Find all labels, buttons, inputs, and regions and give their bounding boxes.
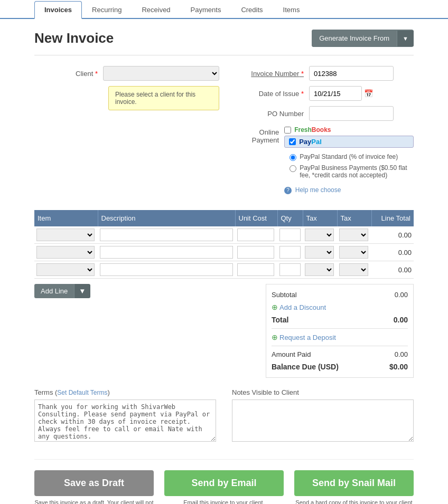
cost-input-2[interactable] — [237, 246, 274, 259]
tax-select-1b[interactable] — [339, 229, 368, 241]
date-of-issue-label: Date of Issue — [240, 90, 309, 98]
paypal-business-label: PayPal Business Payments ($0.50 flat fee… — [300, 164, 414, 179]
client-select[interactable] — [103, 66, 219, 81]
set-default-terms-link[interactable]: Set Default Terms — [57, 389, 107, 396]
add-line-button[interactable]: Add Line — [34, 284, 74, 298]
discount-plus-icon: ⊕ — [272, 303, 278, 311]
line-total-1: 0.00 — [371, 226, 414, 244]
col-tax1: Tax — [303, 210, 337, 226]
tax-select-3a[interactable] — [305, 263, 334, 276]
total-value: 0.00 — [394, 316, 408, 324]
save-draft-wrap: Save as Draft Save this invoice as a dra… — [34, 470, 154, 504]
tab-bar: Invoices Recurring Received Payments Cre… — [0, 0, 448, 19]
add-line-wrapper: Add Line ▼ — [34, 284, 90, 298]
po-number-label: PO Number — [240, 110, 309, 118]
col-qty: Qty — [277, 210, 303, 226]
paypal-standard-option[interactable]: PayPal Standard (% of invoice fee) — [290, 153, 414, 161]
subtotal-value: 0.00 — [395, 291, 408, 299]
save-draft-button[interactable]: Save as Draft — [34, 470, 154, 496]
paypal-payment-option[interactable]: PayPal — [284, 136, 414, 148]
generate-invoice-main[interactable]: Generate Invoice From — [312, 30, 397, 47]
col-line-total: Line Total — [371, 210, 414, 226]
send-snail-button[interactable]: Send by Snail Mail — [294, 470, 414, 496]
paypal-standard-label: PayPal Standard (% of invoice fee) — [300, 153, 398, 160]
cost-input-3[interactable] — [237, 263, 274, 276]
qty-input-1[interactable] — [279, 229, 301, 241]
tax-select-2a[interactable] — [305, 246, 334, 259]
terms-label: Terms — [34, 388, 53, 396]
generate-invoice-btn[interactable]: Generate Invoice From ▼ — [312, 30, 414, 47]
send-email-desc: Email this invoice to your client. — [164, 499, 284, 504]
generate-invoice-arrow[interactable]: ▼ — [397, 31, 414, 46]
item-select-2[interactable] — [36, 246, 95, 259]
invoice-table: Item Description Unit Cost Qty Tax Tax L… — [34, 210, 414, 279]
tax-select-3b[interactable] — [339, 263, 368, 276]
tab-credits[interactable]: Credits — [231, 1, 273, 19]
item-select-1[interactable] — [36, 229, 95, 241]
notes-textarea[interactable] — [232, 400, 414, 442]
subtotal-label: Subtotal — [272, 291, 297, 299]
action-buttons-row: Save as Draft Save this invoice as a dra… — [34, 459, 414, 504]
balance-due-row: Balance Due (USD) $0.00 — [272, 360, 408, 373]
send-email-button[interactable]: Send by Email — [164, 470, 284, 496]
calendar-icon[interactable]: 📅 — [364, 89, 373, 98]
balance-due-value: $0.00 — [389, 363, 408, 371]
qty-input-3[interactable] — [279, 263, 301, 276]
desc-input-2[interactable] — [100, 246, 233, 259]
col-description: Description — [98, 210, 235, 226]
invoice-number-label: Invoice Number — [240, 70, 309, 78]
discount-row: ⊕Add a Discount — [272, 301, 408, 313]
online-payment-label: Online Payment — [240, 126, 284, 144]
tab-recurring[interactable]: Recurring — [82, 1, 132, 19]
freshbooks-payment-option[interactable]: FreshBooks — [284, 126, 414, 134]
deposit-plus-icon: ⊕ — [272, 333, 278, 341]
table-row: 0.00 — [34, 226, 414, 244]
amount-paid-label: Amount Paid — [272, 350, 311, 358]
item-select-3[interactable] — [36, 263, 95, 276]
invoice-number-input[interactable] — [309, 66, 394, 81]
send-snail-desc: Send a hard copy of this invoice to your… — [294, 499, 414, 504]
total-row: Total 0.00 — [272, 313, 408, 326]
send-email-wrap: Send by Email Email this invoice to your… — [164, 470, 284, 504]
table-row: 0.00 — [34, 244, 414, 261]
balance-due-label: Balance Due (USD) — [272, 363, 339, 371]
terms-textarea[interactable]: Thank you for working with ShivarWeb Con… — [34, 400, 216, 442]
paypal-checkbox[interactable] — [289, 138, 296, 145]
line-total-3: 0.00 — [371, 261, 414, 279]
help-link[interactable]: Help me choose — [295, 186, 341, 194]
send-snail-wrap: Send by Snail Mail Send a hard copy of t… — [294, 470, 414, 504]
col-tax2: Tax — [337, 210, 371, 226]
add-line-caret[interactable]: ▼ — [74, 284, 90, 298]
date-of-issue-input[interactable] — [309, 86, 362, 101]
qty-input-2[interactable] — [279, 246, 301, 259]
po-number-input[interactable] — [309, 106, 394, 121]
desc-input-3[interactable] — [100, 263, 233, 276]
tab-items[interactable]: Items — [273, 1, 310, 19]
paypal-business-option[interactable]: PayPal Business Payments ($0.50 flat fee… — [290, 164, 414, 179]
tab-payments[interactable]: Payments — [181, 1, 231, 19]
notes-section: Notes Visible to Client — [232, 388, 414, 443]
line-total-2: 0.00 — [371, 244, 414, 261]
terms-section: Terms (Set Default Terms) Thank you for … — [34, 388, 216, 443]
col-item: Item — [34, 210, 98, 226]
desc-input-1[interactable] — [100, 229, 233, 241]
tax-select-1a[interactable] — [305, 229, 334, 241]
subtotal-row: Subtotal 0.00 — [272, 289, 408, 301]
tab-invoices[interactable]: Invoices — [34, 1, 82, 19]
tab-received[interactable]: Received — [132, 1, 180, 19]
cost-input-1[interactable] — [237, 229, 274, 241]
add-discount-link[interactable]: Add a Discount — [279, 303, 326, 311]
freshbooks-logo: FreshBooks — [294, 126, 331, 134]
tax-select-2b[interactable] — [339, 246, 368, 259]
paypal-logo: PayPal — [299, 138, 322, 146]
amount-paid-value: 0.00 — [395, 350, 408, 358]
help-icon: ? — [284, 187, 292, 194]
amount-paid-row: Amount Paid 0.00 — [272, 348, 408, 360]
request-deposit-link[interactable]: Request a Deposit — [279, 334, 336, 341]
notes-label: Notes Visible to Client — [232, 388, 414, 396]
page-title: New Invoice — [34, 30, 114, 46]
save-draft-desc: Save this invoice as a draft. Your clien… — [34, 499, 154, 504]
freshbooks-checkbox[interactable] — [284, 127, 291, 134]
table-row: 0.00 — [34, 261, 414, 279]
total-label: Total — [272, 316, 288, 324]
